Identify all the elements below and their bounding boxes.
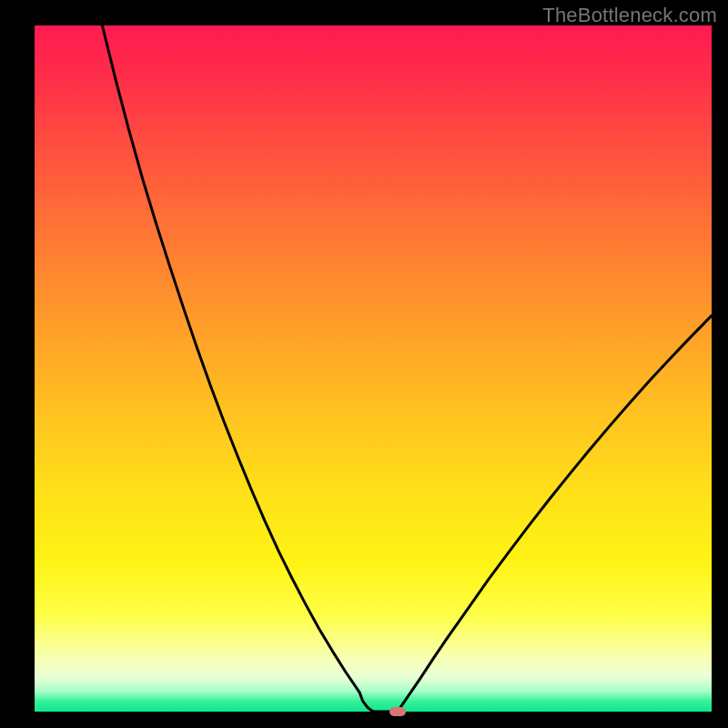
curve-right-branch xyxy=(398,316,712,712)
curve-left-branch xyxy=(102,25,373,712)
watermark-text: TheBottleneck.com xyxy=(542,4,717,27)
plot-area xyxy=(35,25,712,712)
bottleneck-curve xyxy=(35,25,712,712)
chart-frame: TheBottleneck.com xyxy=(0,0,728,728)
minimum-marker xyxy=(389,707,406,716)
